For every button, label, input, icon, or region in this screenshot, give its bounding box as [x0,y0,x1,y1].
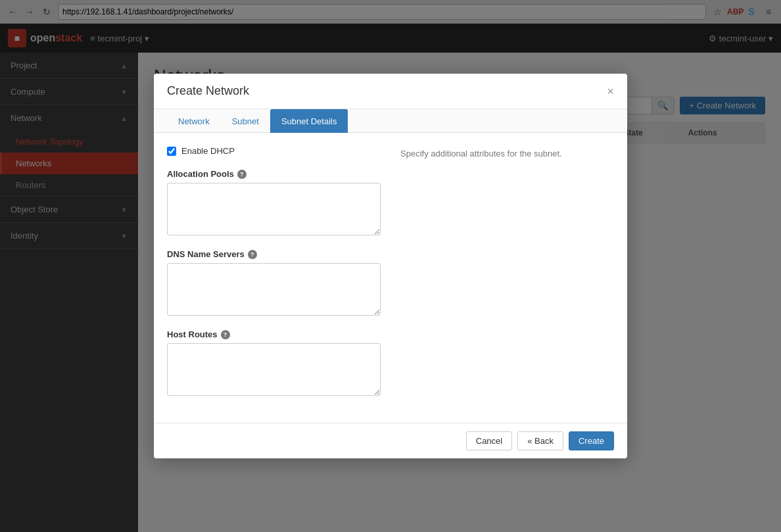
dns-name-servers-label: DNS Name Servers ? [167,249,381,259]
main-content: Networks 🔍 + Create Network Name Subnets… [138,53,781,532]
dns-name-servers-text: DNS Name Servers [167,249,245,259]
enable-dhcp-label[interactable]: Enable DHCP [181,146,235,156]
dns-name-servers-group: DNS Name Servers ? [167,249,381,318]
back-button-modal[interactable]: « Back [517,431,563,450]
modal-tabs: Network Subnet Subnet Details [154,109,627,133]
allocation-pools-help-icon[interactable]: ? [237,170,247,179]
modal-body: Enable DHCP Allocation Pools ? [154,133,627,423]
enable-dhcp-checkbox[interactable] [167,147,176,156]
allocation-pools-text: Allocation Pools [167,169,234,179]
modal-footer: Cancel « Back Create [154,423,627,458]
dns-name-servers-textarea[interactable] [167,263,381,316]
create-network-modal: Create Network × Network Subnet Subnet D… [154,74,627,458]
allocation-pools-group: Allocation Pools ? [167,169,381,237]
dns-name-servers-help-icon[interactable]: ? [248,250,257,259]
host-routes-text: Host Routes [167,329,218,339]
modal-hint: Specify additional attributes for the su… [400,146,614,410]
host-routes-group: Host Routes ? [167,329,381,398]
allocation-pools-label: Allocation Pools ? [167,169,381,179]
host-routes-textarea[interactable] [167,343,381,396]
cancel-button[interactable]: Cancel [466,431,512,450]
modal-overlay[interactable]: Create Network × Network Subnet Subnet D… [138,53,781,532]
host-routes-help-icon[interactable]: ? [221,330,230,339]
host-routes-label: Host Routes ? [167,329,381,339]
tab-subnet-details[interactable]: Subnet Details [270,109,348,133]
enable-dhcp-group: Enable DHCP [167,146,381,156]
hint-text: Specify additional attributes for the su… [400,149,562,158]
modal-form: Enable DHCP Allocation Pools ? [167,146,381,410]
tab-subnet[interactable]: Subnet [221,109,270,133]
create-button[interactable]: Create [569,431,614,450]
modal-header: Create Network × [154,74,627,109]
tab-network[interactable]: Network [167,109,221,133]
app-layout: Project ▲ Compute ▼ Network ▲ Network To… [0,53,781,532]
modal-title: Create Network [167,84,249,98]
allocation-pools-textarea[interactable] [167,183,381,235]
modal-close-button[interactable]: × [607,85,614,97]
